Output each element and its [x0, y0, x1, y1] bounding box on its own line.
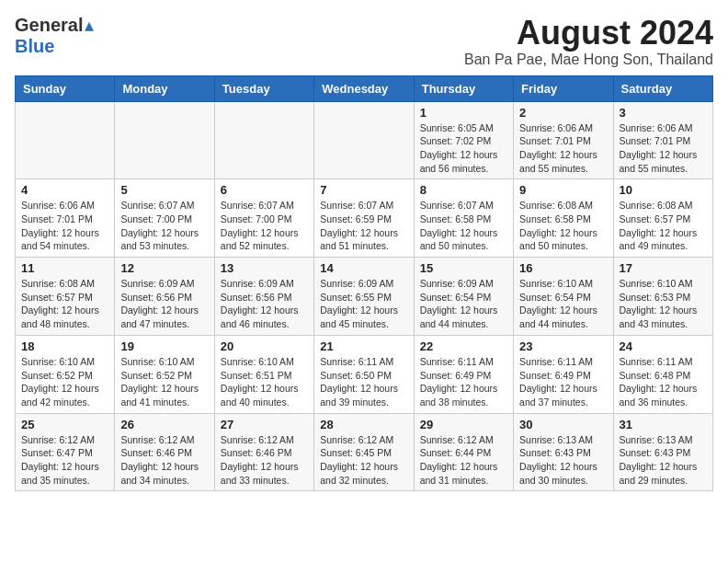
day-number: 27	[221, 418, 308, 431]
day-info: Sunrise: 6:06 AMSunset: 7:01 PMDaylight:…	[519, 121, 607, 176]
day-number: 19	[120, 339, 208, 353]
day-info: Sunrise: 6:12 AMSunset: 6:46 PMDaylight:…	[120, 433, 208, 488]
weekday-header-saturday: Saturday	[613, 75, 712, 101]
day-number: 7	[320, 183, 407, 197]
day-info: Sunrise: 6:10 AMSunset: 6:53 PMDaylight:…	[620, 277, 707, 331]
calendar-cell-2-2: 5Sunrise: 6:07 AMSunset: 7:00 PMDaylight…	[115, 179, 214, 258]
day-info: Sunrise: 6:06 AMSunset: 7:01 PMDaylight:…	[21, 199, 108, 253]
calendar-cell-3-2: 12Sunrise: 6:09 AMSunset: 6:56 PMDayligh…	[115, 258, 214, 336]
day-number: 12	[120, 261, 208, 275]
day-info: Sunrise: 6:08 AMSunset: 6:57 PMDaylight:…	[21, 277, 108, 331]
day-info: Sunrise: 6:07 AMSunset: 7:00 PMDaylight:…	[120, 199, 208, 253]
calendar-week-2: 4Sunrise: 6:06 AMSunset: 7:01 PMDaylight…	[16, 179, 713, 258]
calendar-week-4: 18Sunrise: 6:10 AMSunset: 6:52 PMDayligh…	[16, 335, 713, 413]
weekday-header-monday: Monday	[115, 75, 214, 101]
day-info: Sunrise: 6:09 AMSunset: 6:56 PMDaylight:…	[120, 277, 208, 331]
day-number: 5	[120, 183, 208, 197]
calendar-header-row: SundayMondayTuesdayWednesdayThursdayFrid…	[16, 75, 713, 101]
day-number: 15	[420, 261, 507, 275]
day-number: 1	[420, 106, 507, 120]
calendar-week-3: 11Sunrise: 6:08 AMSunset: 6:57 PMDayligh…	[16, 258, 713, 336]
day-number: 8	[420, 183, 507, 197]
day-number: 30	[519, 418, 607, 431]
logo-blue-text: Blue	[15, 36, 54, 56]
day-info: Sunrise: 6:07 AMSunset: 6:59 PMDaylight:…	[320, 199, 407, 253]
day-number: 4	[21, 183, 108, 197]
day-info: Sunrise: 6:10 AMSunset: 6:51 PMDaylight:…	[221, 355, 308, 409]
day-number: 22	[420, 339, 507, 353]
day-info: Sunrise: 6:10 AMSunset: 6:52 PMDaylight:…	[21, 355, 108, 409]
day-info: Sunrise: 6:05 AMSunset: 7:02 PMDaylight:…	[420, 121, 507, 176]
day-number: 31	[620, 418, 707, 431]
calendar-cell-1-1	[16, 101, 115, 179]
day-number: 26	[120, 418, 208, 431]
weekday-header-friday: Friday	[514, 75, 613, 101]
calendar-cell-3-4: 14Sunrise: 6:09 AMSunset: 6:55 PMDayligh…	[314, 258, 414, 336]
day-number: 18	[21, 339, 108, 353]
calendar-week-1: 1Sunrise: 6:05 AMSunset: 7:02 PMDaylight…	[16, 101, 713, 179]
day-info: Sunrise: 6:07 AMSunset: 6:58 PMDaylight:…	[420, 199, 507, 253]
month-title: August 2024	[464, 15, 713, 52]
day-info: Sunrise: 6:09 AMSunset: 6:55 PMDaylight:…	[320, 277, 407, 331]
day-number: 28	[320, 418, 407, 431]
calendar-cell-1-7: 3Sunrise: 6:06 AMSunset: 7:01 PMDaylight…	[613, 101, 712, 179]
day-number: 14	[320, 261, 407, 275]
day-number: 23	[519, 339, 607, 353]
day-number: 3	[620, 106, 707, 120]
day-info: Sunrise: 6:06 AMSunset: 7:01 PMDaylight:…	[620, 121, 707, 176]
day-number: 2	[519, 106, 607, 120]
calendar-cell-2-3: 6Sunrise: 6:07 AMSunset: 7:00 PMDaylight…	[214, 179, 313, 258]
calendar-cell-4-1: 18Sunrise: 6:10 AMSunset: 6:52 PMDayligh…	[16, 335, 115, 413]
day-info: Sunrise: 6:12 AMSunset: 6:46 PMDaylight:…	[221, 433, 308, 488]
calendar-cell-5-7: 31Sunrise: 6:13 AMSunset: 6:43 PMDayligh…	[613, 413, 712, 491]
logo-general-text: General	[15, 15, 83, 36]
weekday-header-tuesday: Tuesday	[214, 75, 313, 101]
calendar-cell-2-4: 7Sunrise: 6:07 AMSunset: 6:59 PMDaylight…	[314, 179, 414, 258]
page-header: General ▴ Blue August 2024 Ban Pa Pae, M…	[15, 15, 713, 68]
calendar-week-5: 25Sunrise: 6:12 AMSunset: 6:47 PMDayligh…	[16, 413, 713, 491]
weekday-header-wednesday: Wednesday	[314, 75, 414, 101]
title-area: August 2024 Ban Pa Pae, Mae Hong Son, Th…	[464, 15, 713, 68]
day-info: Sunrise: 6:09 AMSunset: 6:56 PMDaylight:…	[221, 277, 308, 331]
calendar-cell-5-2: 26Sunrise: 6:12 AMSunset: 6:46 PMDayligh…	[115, 413, 214, 491]
day-info: Sunrise: 6:10 AMSunset: 6:52 PMDaylight:…	[120, 355, 208, 409]
weekday-header-sunday: Sunday	[16, 75, 115, 101]
day-info: Sunrise: 6:07 AMSunset: 7:00 PMDaylight:…	[221, 199, 308, 253]
day-number: 13	[221, 261, 308, 275]
day-number: 10	[620, 183, 707, 197]
day-number: 25	[21, 418, 108, 431]
calendar-cell-5-5: 29Sunrise: 6:12 AMSunset: 6:44 PMDayligh…	[414, 413, 513, 491]
day-info: Sunrise: 6:11 AMSunset: 6:50 PMDaylight:…	[320, 355, 407, 409]
calendar-cell-3-5: 15Sunrise: 6:09 AMSunset: 6:54 PMDayligh…	[414, 258, 513, 336]
day-number: 11	[21, 261, 108, 275]
day-info: Sunrise: 6:08 AMSunset: 6:58 PMDaylight:…	[519, 199, 607, 253]
calendar-table: SundayMondayTuesdayWednesdayThursdayFrid…	[15, 75, 713, 492]
calendar-cell-1-2	[115, 101, 214, 179]
day-number: 6	[221, 183, 308, 197]
calendar-cell-3-6: 16Sunrise: 6:10 AMSunset: 6:54 PMDayligh…	[514, 258, 613, 336]
calendar-cell-1-4	[314, 101, 414, 179]
day-number: 29	[420, 418, 507, 431]
calendar-cell-3-7: 17Sunrise: 6:10 AMSunset: 6:53 PMDayligh…	[613, 258, 712, 336]
day-number: 9	[519, 183, 607, 197]
day-info: Sunrise: 6:12 AMSunset: 6:45 PMDaylight:…	[320, 433, 407, 488]
day-number: 20	[221, 339, 308, 353]
calendar-cell-4-6: 23Sunrise: 6:11 AMSunset: 6:49 PMDayligh…	[514, 335, 613, 413]
day-info: Sunrise: 6:09 AMSunset: 6:54 PMDaylight:…	[420, 277, 507, 331]
day-number: 24	[620, 339, 707, 353]
calendar-cell-4-4: 21Sunrise: 6:11 AMSunset: 6:50 PMDayligh…	[314, 335, 414, 413]
calendar-cell-1-6: 2Sunrise: 6:06 AMSunset: 7:01 PMDaylight…	[514, 101, 613, 179]
day-number: 21	[320, 339, 407, 353]
calendar-cell-5-1: 25Sunrise: 6:12 AMSunset: 6:47 PMDayligh…	[16, 413, 115, 491]
calendar-cell-1-3	[214, 101, 313, 179]
logo-bird-icon: ▴	[85, 15, 94, 36]
weekday-header-thursday: Thursday	[414, 75, 513, 101]
day-info: Sunrise: 6:10 AMSunset: 6:54 PMDaylight:…	[519, 277, 607, 331]
day-info: Sunrise: 6:11 AMSunset: 6:49 PMDaylight:…	[420, 355, 507, 409]
calendar-cell-5-4: 28Sunrise: 6:12 AMSunset: 6:45 PMDayligh…	[314, 413, 414, 491]
calendar-cell-2-7: 10Sunrise: 6:08 AMSunset: 6:57 PMDayligh…	[613, 179, 712, 258]
day-info: Sunrise: 6:11 AMSunset: 6:49 PMDaylight:…	[519, 355, 607, 409]
day-number: 17	[620, 261, 707, 275]
calendar-cell-5-3: 27Sunrise: 6:12 AMSunset: 6:46 PMDayligh…	[214, 413, 313, 491]
day-info: Sunrise: 6:12 AMSunset: 6:47 PMDaylight:…	[21, 433, 108, 488]
